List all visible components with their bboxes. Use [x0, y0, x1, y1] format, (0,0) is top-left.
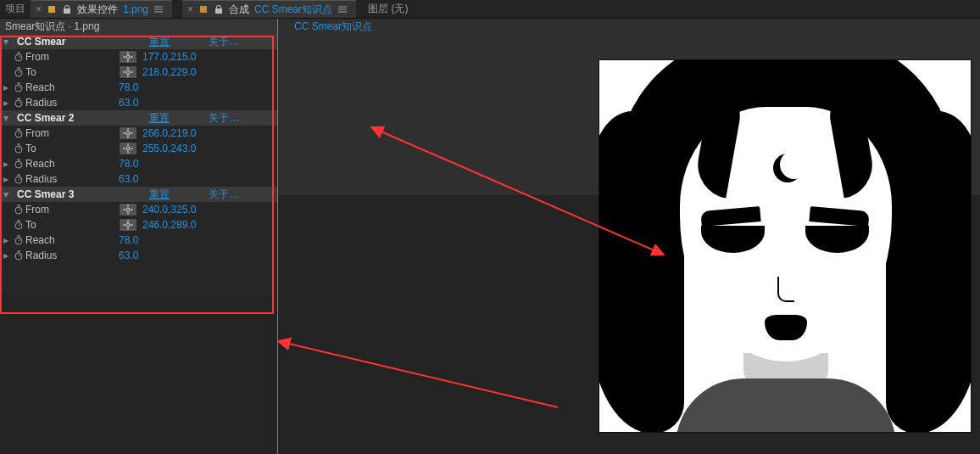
tab-composition[interactable]: × 合成 CC Smear知识点: [182, 0, 356, 18]
param-value[interactable]: 177.0,215.0: [142, 51, 196, 63]
param-row: ▸Radius63.0: [0, 171, 277, 187]
param-row: ▸Reach78.0: [0, 156, 277, 171]
menu-icon[interactable]: [153, 4, 164, 14]
disclosure-triangle-icon[interactable]: ▸: [3, 173, 12, 185]
reset-link[interactable]: 重置: [149, 35, 170, 49]
effect-header[interactable]: ▾CC Smear 3重置关于…: [0, 187, 277, 202]
stopwatch-icon[interactable]: [12, 128, 25, 138]
param-label: To: [25, 143, 119, 154]
param-label: From: [25, 204, 119, 216]
lock-icon[interactable]: [214, 4, 224, 14]
param-row: From177.0,215.0: [0, 49, 277, 64]
disclosure-triangle-icon[interactable]: ▾: [3, 36, 12, 48]
lock-icon[interactable]: [62, 4, 72, 14]
stopwatch-icon[interactable]: [12, 250, 25, 261]
tab-title-prefix: 效果控件: [77, 3, 118, 17]
stopwatch-icon[interactable]: [12, 98, 25, 108]
stopwatch-icon[interactable]: [12, 143, 25, 154]
stopwatch-icon[interactable]: [12, 235, 25, 245]
param-label: From: [25, 51, 119, 63]
disclosure-triangle-icon[interactable]: ▸: [3, 81, 12, 93]
effect-name: CC Smear 3: [17, 188, 144, 200]
param-row: To255.0,243.0: [0, 141, 277, 156]
param-row: ▸Radius63.0: [0, 248, 277, 263]
tab-effect-controls[interactable]: × 效果控件 1.png: [31, 0, 172, 18]
crosshair-button[interactable]: [119, 50, 137, 64]
close-icon[interactable]: ×: [187, 3, 193, 15]
param-value[interactable]: 78.0: [119, 158, 138, 170]
disclosure-triangle-icon[interactable]: ▸: [3, 249, 12, 261]
effect-header[interactable]: ▾CC Smear重置关于…: [0, 34, 277, 49]
stopwatch-icon[interactable]: [12, 220, 25, 230]
param-row: To218.0,229.0: [0, 64, 277, 80]
disclosure-triangle-icon[interactable]: ▾: [3, 112, 12, 124]
tab-layer-none[interactable]: 图层 (无): [356, 2, 420, 16]
param-row: ▸Reach78.0: [0, 80, 277, 95]
tab-title-filename: 1.png: [123, 3, 148, 15]
square-icon: [47, 4, 57, 14]
crosshair-button[interactable]: [119, 65, 137, 79]
stopwatch-icon[interactable]: [12, 174, 25, 184]
stopwatch-icon[interactable]: [12, 159, 25, 169]
stopwatch-icon[interactable]: [12, 52, 25, 62]
tab-comp-name: CC Smear知识点: [254, 3, 332, 17]
layer-preview[interactable]: [599, 59, 972, 433]
param-value[interactable]: 63.0: [119, 249, 138, 261]
param-value[interactable]: 266.0,219.0: [142, 127, 196, 139]
disclosure-triangle-icon[interactable]: ▸: [3, 234, 12, 246]
disclosure-triangle-icon[interactable]: ▸: [3, 97, 12, 109]
about-link[interactable]: 关于…: [209, 35, 239, 49]
effect-name: CC Smear: [17, 36, 144, 48]
composition-viewer-panel: CC Smear知识点: [278, 19, 980, 454]
effects-list: ▾CC Smear重置关于…From177.0,215.0To218.0,229…: [0, 34, 277, 263]
disclosure-triangle-icon[interactable]: ▾: [3, 188, 12, 200]
param-row: From266.0,219.0: [0, 126, 277, 141]
param-row: ▸Reach78.0: [0, 233, 277, 248]
param-value[interactable]: 63.0: [119, 173, 138, 185]
stopwatch-icon[interactable]: [12, 205, 25, 215]
param-label: Reach: [25, 158, 119, 170]
param-value[interactable]: 246.0,289.0: [142, 219, 196, 231]
param-value[interactable]: 63.0: [119, 97, 138, 109]
stopwatch-icon[interactable]: [12, 67, 25, 77]
top-tab-bar: 项目 × 效果控件 1.png × 合成 CC Smear知识点 图层 (无): [0, 0, 980, 19]
param-label: Radius: [25, 97, 119, 109]
square-icon: [198, 4, 209, 14]
menu-icon[interactable]: [337, 4, 348, 14]
about-link[interactable]: 关于…: [209, 111, 239, 126]
param-value[interactable]: 240.0,325.0: [142, 204, 196, 216]
about-link[interactable]: 关于…: [209, 188, 239, 202]
param-label: To: [25, 66, 119, 78]
breadcrumb: Smear知识点 · 1.png: [0, 19, 277, 34]
crosshair-button[interactable]: [119, 203, 137, 216]
param-value[interactable]: 218.0,229.0: [142, 66, 196, 78]
param-row: To246.0,289.0: [0, 217, 277, 233]
param-value[interactable]: 255.0,243.0: [142, 143, 196, 154]
reset-link[interactable]: 重置: [149, 188, 170, 202]
param-value[interactable]: 78.0: [119, 81, 138, 93]
param-row: ▸Radius63.0: [0, 95, 277, 110]
effect-name: CC Smear 2: [17, 112, 144, 124]
param-label: Radius: [25, 173, 119, 185]
param-label: Radius: [25, 249, 119, 261]
tab-comp-prefix: 合成: [229, 3, 249, 17]
reset-link[interactable]: 重置: [149, 111, 170, 126]
param-row: From240.0,325.0: [0, 202, 277, 217]
comp-breadcrumb[interactable]: CC Smear知识点: [291, 19, 376, 34]
crosshair-button[interactable]: [119, 126, 137, 140]
stopwatch-icon[interactable]: [12, 82, 25, 92]
effect-controls-panel: Smear知识点 · 1.png ▾CC Smear重置关于…From177.0…: [0, 19, 278, 454]
param-value[interactable]: 78.0: [119, 234, 138, 246]
panel-empty-area: [0, 294, 277, 454]
tab-project[interactable]: 项目: [0, 2, 31, 16]
disclosure-triangle-icon[interactable]: ▸: [3, 158, 12, 170]
param-label: Reach: [25, 234, 119, 246]
close-icon[interactable]: ×: [36, 3, 42, 15]
composition-viewer[interactable]: [278, 34, 980, 454]
moon-icon: [773, 154, 802, 182]
crosshair-button[interactable]: [119, 142, 137, 155]
crosshair-button[interactable]: [119, 218, 137, 232]
effect-header[interactable]: ▾CC Smear 2重置关于…: [0, 110, 277, 126]
param-label: From: [25, 127, 119, 139]
param-label: To: [25, 219, 119, 231]
